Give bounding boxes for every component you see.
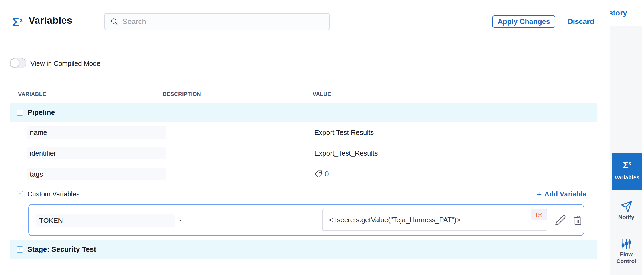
expression-fx-badge[interactable]: f(x) bbox=[531, 209, 547, 220]
variables-drawer: Σx Variables Apply Changes Discard View … bbox=[0, 0, 610, 275]
tags-value: 0 bbox=[314, 170, 329, 178]
sidebar-tab-variables[interactable]: Σx Variables bbox=[612, 153, 642, 190]
edit-variable-button[interactable] bbox=[555, 205, 566, 235]
section-label: Custom Variables bbox=[27, 190, 79, 198]
table-row-tags: tags 0 bbox=[10, 164, 597, 185]
sidebar-tab-flow-control[interactable]: Flow Control bbox=[610, 238, 642, 265]
collapse-minus-icon[interactable]: − bbox=[17, 191, 23, 197]
variable-value: Export Test Results bbox=[314, 128, 374, 137]
variable-name-chip: tags bbox=[27, 168, 166, 180]
sigma-icon: Σx bbox=[612, 160, 642, 170]
section-row-custom-variables: − Custom Variables + Add Variable bbox=[10, 185, 597, 203]
custom-variable-row-token[interactable]: TOKEN - <+secrets.getValue("Teja_Harness… bbox=[28, 204, 584, 236]
column-header-variable: VARIABLE bbox=[18, 91, 46, 97]
compiled-mode-toggle[interactable] bbox=[10, 58, 26, 68]
variable-name-chip: name bbox=[27, 126, 166, 139]
collapse-minus-icon[interactable]: − bbox=[17, 110, 23, 116]
viewport-edge bbox=[642, 0, 644, 275]
section-row-stage-security-test[interactable]: + Stage: Security Test bbox=[10, 240, 597, 259]
variable-value-text[interactable]: <+secrets.getValue("Teja_Harness_PAT")> bbox=[329, 209, 460, 230]
section-label: Pipeline bbox=[27, 108, 55, 117]
section-label: Stage: Security Test bbox=[27, 245, 96, 254]
search-input[interactable] bbox=[122, 17, 320, 26]
search-icon bbox=[110, 18, 118, 26]
apply-changes-button[interactable]: Apply Changes bbox=[492, 15, 555, 28]
toggle-knob bbox=[10, 59, 19, 67]
add-variable-button[interactable]: + Add Variable bbox=[536, 190, 586, 198]
history-link-partial[interactable]: story bbox=[609, 9, 627, 17]
variable-value-input[interactable]: <+secrets.getValue("Teja_Harness_PAT")> … bbox=[322, 209, 547, 231]
expand-plus-icon[interactable]: + bbox=[17, 246, 23, 253]
variable-name-chip: identifier bbox=[27, 147, 166, 159]
trash-icon bbox=[573, 215, 583, 225]
table-row-name: name Export Test Results bbox=[10, 122, 597, 143]
column-header-description: DESCRIPTION bbox=[163, 91, 201, 97]
studio-right-panel bbox=[610, 26, 642, 275]
plus-icon: + bbox=[536, 190, 542, 198]
paper-plane-icon bbox=[620, 200, 633, 213]
delete-variable-button[interactable] bbox=[573, 205, 583, 235]
table-row-identifier: identifier Export_Test_Results bbox=[10, 143, 597, 164]
variable-value: Export_Test_Results bbox=[314, 149, 378, 157]
section-row-pipeline[interactable]: − Pipeline bbox=[10, 103, 597, 122]
sidebar-tab-label-line2: Control bbox=[610, 258, 642, 265]
sidebar-tab-label: Variables bbox=[612, 174, 642, 181]
sidebar-tab-notify[interactable]: Notify bbox=[610, 200, 642, 221]
column-header-value: VALUE bbox=[313, 91, 331, 97]
search-box[interactable] bbox=[104, 13, 330, 30]
sigma-icon: Σx bbox=[12, 15, 23, 29]
tag-count: 0 bbox=[325, 170, 329, 178]
sliders-icon bbox=[621, 238, 632, 250]
variable-description: - bbox=[179, 205, 182, 235]
tag-icon bbox=[314, 170, 322, 178]
compiled-mode-label: View in Compiled Mode bbox=[30, 60, 100, 67]
sidebar-tab-label: Notify bbox=[610, 214, 642, 221]
variable-name-chip: TOKEN bbox=[36, 214, 175, 227]
page-title: Variables bbox=[29, 15, 72, 26]
pencil-icon bbox=[555, 215, 566, 226]
sidebar-tab-label-line1: Flow bbox=[610, 251, 642, 258]
discard-button[interactable]: Discard bbox=[566, 15, 596, 28]
